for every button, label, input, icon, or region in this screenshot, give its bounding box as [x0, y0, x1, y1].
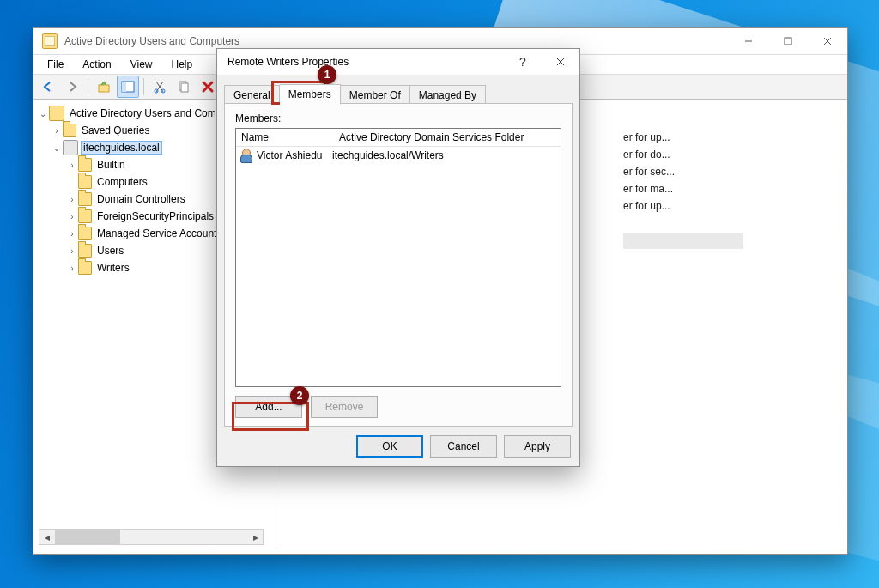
dialog-titlebar[interactable]: Remote Writers Properties ?	[217, 49, 579, 75]
scroll-right-icon[interactable]: ▸	[248, 530, 263, 544]
folder-icon	[78, 175, 92, 189]
expand-icon[interactable]: ›	[66, 195, 78, 204]
folder-icon	[78, 244, 92, 258]
svg-rect-6	[122, 82, 126, 92]
tab-members[interactable]: Members	[280, 84, 341, 105]
tab-member-of[interactable]: Member Of	[341, 85, 410, 105]
expand-icon[interactable]: ›	[51, 126, 63, 136]
tree-label: Domain Controllers	[95, 193, 187, 205]
aduc-root-icon	[49, 106, 64, 121]
svg-rect-1	[785, 38, 791, 45]
expand-icon[interactable]: ›	[66, 229, 78, 239]
tree-label: Builtin	[95, 159, 127, 171]
nav-forward-button[interactable]	[61, 76, 83, 98]
column-folder[interactable]: Active Directory Domain Services Folder	[337, 131, 561, 143]
member-row[interactable]: Victor Ashiedu itechguides.local/Writers	[236, 147, 561, 164]
list-items-peek: er for up... er for do... er for sec... …	[623, 129, 675, 215]
minimize-button[interactable]	[729, 28, 768, 54]
folder-icon	[78, 261, 92, 275]
expand-icon[interactable]: ›	[66, 212, 78, 221]
tree-label: Managed Service Accounts	[95, 227, 223, 239]
callout-badge-2: 2	[290, 386, 309, 405]
scroll-thumb[interactable]	[55, 530, 120, 544]
member-name: Victor Ashiedu	[257, 149, 332, 161]
tab-general[interactable]: General	[224, 85, 280, 105]
dialog-footer: OK Cancel Apply	[356, 435, 571, 458]
menu-help[interactable]: Help	[163, 57, 202, 72]
close-button[interactable]	[808, 28, 847, 54]
list-peek-row[interactable]: er for up...	[623, 129, 675, 146]
tree-horizontal-scrollbar[interactable]: ◂ ▸	[39, 529, 264, 545]
list-peek-row[interactable]: er for sec...	[623, 163, 675, 180]
folder-icon	[78, 158, 92, 172]
folder-icon	[63, 124, 76, 137]
members-button-row: Add... Remove	[235, 396, 561, 418]
dialog-tabs: General Members Member Of Managed By	[217, 75, 579, 104]
column-name[interactable]: Name	[236, 131, 337, 143]
aduc-title: Active Directory Users and Computers	[64, 35, 239, 47]
cut-button[interactable]	[149, 76, 171, 98]
expand-icon[interactable]: ›	[66, 264, 78, 273]
dialog-close-button[interactable]	[542, 49, 579, 75]
remove-button: Remove	[311, 396, 378, 418]
tree-domain-label: itechguides.local	[82, 142, 161, 154]
list-peek-row[interactable]: er for ma...	[623, 180, 675, 197]
menu-file[interactable]: File	[39, 57, 72, 72]
domain-icon	[63, 140, 78, 155]
tab-managed-by[interactable]: Managed By	[410, 85, 486, 105]
menu-action[interactable]: Action	[74, 57, 119, 72]
list-peek-row[interactable]: er for do...	[623, 146, 675, 163]
folder-icon	[78, 192, 92, 206]
folder-icon	[78, 227, 92, 240]
expand-icon[interactable]: ›	[66, 161, 78, 170]
svg-point-7	[155, 89, 158, 93]
tree-label: Saved Queries	[80, 124, 151, 136]
apply-button[interactable]: Apply	[504, 435, 571, 458]
scroll-left-icon[interactable]: ◂	[39, 530, 54, 544]
member-folder: itechguides.local/Writers	[332, 149, 444, 161]
copy-button[interactable]	[173, 76, 195, 98]
collapse-icon[interactable]: ⌄	[51, 143, 63, 153]
members-columns: Name Active Directory Domain Services Fo…	[236, 129, 561, 147]
tree-label: Users	[95, 245, 125, 257]
menu-view[interactable]: View	[122, 57, 161, 72]
expand-icon[interactable]: ›	[66, 246, 78, 256]
svg-rect-10	[181, 83, 188, 92]
user-icon	[239, 149, 253, 162]
dialog-help-button[interactable]: ?	[504, 49, 542, 75]
members-label: Members:	[235, 112, 561, 124]
tree-label: ForeignSecurityPrincipals	[95, 210, 215, 222]
members-listbox[interactable]: Name Active Directory Domain Services Fo…	[235, 128, 561, 387]
tree-label: Computers	[95, 176, 149, 188]
list-highlight-stub	[623, 233, 743, 249]
list-peek-row[interactable]: er for up...	[623, 197, 675, 215]
svg-rect-4	[99, 85, 109, 92]
svg-point-8	[161, 89, 165, 93]
folder-icon	[78, 209, 92, 223]
cancel-button[interactable]: Cancel	[430, 435, 497, 458]
up-level-button[interactable]	[93, 76, 115, 98]
ok-button[interactable]: OK	[356, 435, 423, 458]
expand-icon[interactable]: ⌄	[37, 109, 49, 118]
properties-dialog: Remote Writers Properties ? General Memb…	[216, 48, 580, 467]
show-hide-tree-button[interactable]	[117, 76, 139, 98]
nav-back-button[interactable]	[37, 76, 59, 98]
tree-label: Writers	[95, 262, 131, 274]
maximize-button[interactable]	[768, 28, 808, 54]
dialog-body: Members: Name Active Directory Domain Se…	[224, 104, 573, 427]
callout-badge-1: 1	[318, 65, 336, 84]
aduc-app-icon	[42, 33, 58, 49]
